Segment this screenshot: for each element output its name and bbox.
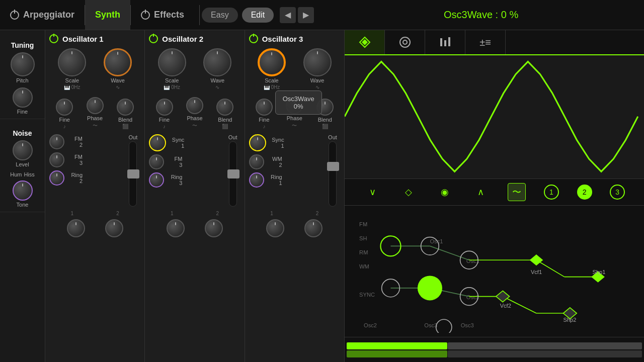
osc1-fm-section: FM 2 FM 3 Ring	[49, 134, 123, 207]
osc1-scale-knob[interactable]	[58, 48, 86, 76]
osc3-bottom-knob2[interactable]	[304, 219, 323, 237]
osc1-fader-thumb[interactable]	[127, 169, 139, 178]
osc1-blend-container: Blend ⬛	[117, 99, 134, 129]
osc1-phase-knob[interactable]	[87, 97, 104, 114]
main-layout: Tuning Pitch Fine Noise Level Hum Hiss	[0, 30, 644, 362]
svg-text:Osc3: Osc3	[461, 322, 474, 328]
osc1-fm2-row: FM 2	[49, 134, 123, 149]
osc1-wave-knob[interactable]	[104, 48, 132, 76]
osc1-power[interactable]	[49, 34, 58, 43]
osc1-bottom-knob2[interactable]	[105, 219, 123, 237]
pr-inactive-1	[448, 342, 642, 349]
routing-diamond-3[interactable]	[496, 291, 510, 302]
osc2-phase-knob[interactable]	[186, 97, 203, 114]
osc3-ring1-knob[interactable]	[249, 172, 264, 188]
nav-prev-arrow[interactable]: ◀	[280, 7, 296, 23]
easy-button[interactable]: Easy	[202, 8, 238, 23]
osc2-fader-track[interactable]	[229, 141, 237, 207]
osc1-blend-knob[interactable]	[117, 99, 134, 116]
osc2-fine-knob[interactable]	[156, 99, 173, 116]
svg-rect-3	[444, 40, 446, 46]
wave-btn-diamond[interactable]: ◇	[399, 183, 418, 201]
osc1-ring2-knob[interactable]	[49, 170, 64, 186]
rpanel-tab-1[interactable]	[345, 30, 385, 54]
rpanel-tab-2[interactable]	[385, 30, 425, 54]
osc3-power[interactable]	[249, 34, 258, 43]
osc2-fader-thumb[interactable]	[227, 169, 239, 178]
wave-btn-down[interactable]: ∨	[364, 183, 382, 201]
routing-osc2-node[interactable]	[418, 276, 442, 300]
osc3-fader-thumb[interactable]	[327, 162, 339, 171]
svg-text:SH: SH	[359, 235, 367, 241]
osc3-fine-icon: ♪	[263, 124, 265, 129]
wave-btn-sine[interactable]: 〜	[508, 183, 526, 201]
osc3-ring-num: 1	[267, 180, 282, 186]
osc2-power[interactable]	[149, 34, 158, 43]
nav-next-arrow[interactable]: ▶	[298, 7, 314, 23]
osc1-bottom-knob[interactable]	[67, 219, 85, 237]
osc2-fm3-knob[interactable]	[149, 154, 164, 169]
osc2-scale-knob[interactable]	[158, 48, 186, 76]
osc1-fm3-knob[interactable]	[49, 152, 64, 167]
osc1-bottom: FM 2 FM 3 Ring	[49, 134, 140, 207]
osc3-fine-label: Fine	[259, 117, 269, 123]
fine-knob[interactable]	[13, 87, 33, 108]
level-label: Level	[16, 161, 29, 167]
routing-osc3a-node[interactable]	[436, 319, 452, 333]
osc3-ring-label: Ring	[267, 174, 282, 180]
nav-effects[interactable]: Effects	[131, 0, 194, 30]
osc3-wm2-knob[interactable]	[249, 154, 264, 169]
osc3-fine-knob[interactable]	[256, 99, 273, 116]
osc1-fm2-knob[interactable]	[49, 134, 64, 149]
svg-text:Osc2: Osc2	[364, 322, 377, 328]
wave-num-3[interactable]: 3	[610, 185, 625, 200]
wave-num-2[interactable]: 2	[577, 185, 592, 200]
waveform-svg	[345, 55, 644, 178]
wave-selector: ∨ ◇ ◉ ∧ 〜 1 2 3	[345, 179, 644, 206]
pitch-knob[interactable]	[11, 52, 35, 76]
osc2-blend-label: Blend	[218, 117, 232, 123]
osc1-fader-track[interactable]	[129, 141, 137, 207]
osc3-blend-label: Blend	[318, 117, 332, 123]
osc2-wave-container: Wave ∿	[203, 48, 231, 90]
tone-label: Tone	[17, 202, 29, 208]
osc2-ring3-knob[interactable]	[149, 172, 164, 188]
osc2-sync1-knob[interactable]	[149, 134, 166, 151]
routing-diamond-1[interactable]	[530, 254, 543, 265]
osc3-wave-icon: ∿	[315, 84, 319, 90]
osc2-bottom-knob2[interactable]	[205, 219, 223, 237]
osc3-phase-label: Phase	[287, 115, 302, 121]
osc1-wave-icon: ∿	[116, 84, 120, 90]
osc2-bottom-knob[interactable]	[167, 219, 185, 237]
wave-num-1[interactable]: 1	[544, 185, 559, 200]
hum-hiss-labels: Hum Hiss	[10, 171, 35, 177]
osc3-wave-knob[interactable]	[303, 48, 332, 76]
rpanel-tab-4[interactable]: ±≡	[465, 30, 506, 54]
osc2-phase-container: Phase 〜	[186, 97, 203, 129]
osc2-wave-knob[interactable]	[203, 48, 231, 76]
osc3-tooltip: Osc3Wave 0%	[275, 90, 322, 115]
level-knob[interactable]	[13, 140, 33, 160]
osc1-ring-label: Ring	[67, 172, 83, 178]
osc2-blend-knob[interactable]	[216, 99, 233, 116]
osc2-top-row: Scale 🎹 0Hz Wave ∿	[149, 48, 240, 90]
osc3-wave-label: Wave	[310, 77, 325, 83]
tone-knob[interactable]	[13, 180, 33, 201]
osc3-sync1-knob[interactable]	[249, 134, 266, 151]
rpanel-tab-3[interactable]	[425, 30, 465, 54]
osc1-scale-label: Scale	[65, 77, 79, 83]
osc1-fine-container: Fine ♪	[56, 99, 73, 129]
osc3-bottom-knob[interactable]	[266, 219, 284, 237]
osc3-scale-knob[interactable]	[258, 48, 286, 76]
osc2-out-label: Out	[228, 134, 237, 140]
svg-point-1	[403, 40, 407, 44]
wave-btn-circle[interactable]: ◉	[436, 183, 454, 201]
nav-arpeggiator[interactable]: Arpeggiator	[0, 0, 85, 30]
osc1-fine-knob[interactable]	[56, 99, 73, 116]
osc1-fm3-row: FM 3	[49, 152, 123, 167]
edit-button[interactable]: Edit	[242, 8, 274, 23]
osc3-fader-track[interactable]	[329, 141, 337, 207]
wave-btn-triangle[interactable]: ∧	[472, 183, 490, 201]
osc1-blend-icon: ⬛	[122, 124, 128, 129]
nav-synth[interactable]: Synth	[85, 0, 130, 30]
